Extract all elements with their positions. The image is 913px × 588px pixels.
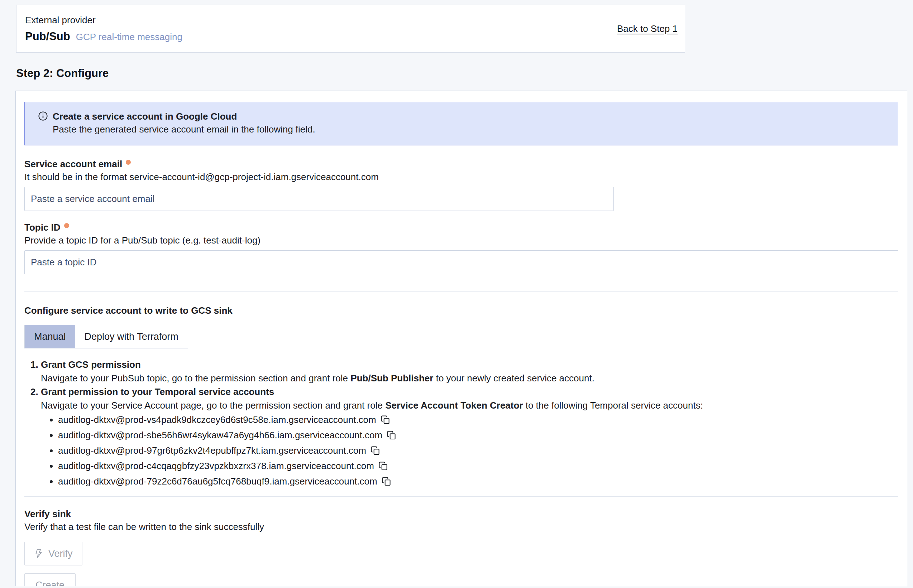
info-banner: Create a service account in Google Cloud…: [24, 102, 898, 145]
step-2-title: Grant permission to your Temporal servic…: [41, 385, 898, 399]
info-banner-text: Create a service account in Google Cloud…: [53, 110, 315, 138]
service-account-email-helper: It should be in the format service-accou…: [24, 170, 898, 183]
step-2-body-prefix: Navigate to your Service Account page, g…: [41, 400, 385, 411]
provider-name: Pub/Sub: [25, 30, 70, 43]
list-item: auditlog-dktxv@prod-c4cqaqgbfzy23vpzkbxz…: [58, 459, 898, 475]
list-item: auditlog-dktxv@prod-vs4padk9dkczcey6d6st…: [58, 413, 898, 428]
info-banner-description: Paste the generated service account emai…: [53, 123, 315, 136]
verify-sink-description: Verify that a test file can be written t…: [24, 520, 898, 533]
topic-id-label: Topic ID: [24, 221, 61, 234]
verify-button-label: Verify: [49, 548, 73, 559]
tab-manual[interactable]: Manual: [25, 325, 75, 348]
required-indicator: [64, 223, 69, 228]
provider-card: External provider Pub/Sub GCP real-time …: [16, 5, 685, 53]
temporal-service-account-email: auditlog-dktxv@prod-sbe56h6wr4sykaw47a6y…: [58, 430, 382, 441]
create-button-label: Create: [36, 580, 65, 586]
topic-id-label-row: Topic ID: [24, 221, 898, 234]
step-1-title: Grant GCS permission: [41, 358, 898, 372]
topic-id-group: Topic ID Provide a topic ID for a Pub/Su…: [24, 221, 898, 274]
copy-icon[interactable]: [380, 415, 390, 428]
step-1-body-suffix: to your newly created service account.: [433, 373, 594, 383]
temporal-service-account-email: auditlog-dktxv@prod-97gr6tp6zkv2t4epubff…: [58, 445, 366, 456]
service-account-email-list: auditlog-dktxv@prod-vs4padk9dkczcey6d6st…: [41, 413, 898, 490]
configure-section-title: Configure service account to write to GC…: [24, 304, 898, 317]
instruction-step-2: Grant permission to your Temporal servic…: [41, 385, 898, 490]
service-account-email-input[interactable]: [24, 187, 614, 211]
temporal-service-account-email: auditlog-dktxv@prod-79z2c6d76au6g5fcq768…: [58, 476, 377, 487]
step-1-role-name: Pub/Sub Publisher: [350, 373, 433, 383]
step-1-body: Navigate to your PubSub topic, go to the…: [41, 372, 898, 385]
required-indicator: [126, 160, 131, 165]
temporal-service-account-email: auditlog-dktxv@prod-c4cqaqgbfzy23vpzkbxz…: [58, 460, 374, 471]
deploy-method-tabs: Manual Deploy with Terraform: [24, 325, 188, 349]
list-item: auditlog-dktxv@prod-sbe56h6wr4sykaw47a6y…: [58, 428, 898, 444]
tab-deploy-with-terraform[interactable]: Deploy with Terraform: [75, 325, 188, 348]
step-2-role-name: Service Account Token Creator: [385, 400, 523, 411]
provider-name-row: Pub/Sub GCP real-time messaging: [25, 30, 182, 43]
service-account-email-label-row: Service account email: [24, 158, 898, 170]
instruction-step-1: Grant GCS permission Navigate to your Pu…: [41, 358, 898, 385]
configure-panel: Create a service account in Google Cloud…: [15, 90, 907, 586]
provider-info: External provider Pub/Sub GCP real-time …: [25, 15, 182, 43]
page-title: Step 2: Configure: [16, 67, 913, 80]
list-item: auditlog-dktxv@prod-97gr6tp6zkv2t4epubff…: [58, 444, 898, 459]
service-account-email-group: Service account email It should be in th…: [24, 158, 898, 211]
topic-id-input[interactable]: [24, 250, 898, 274]
section-divider: [24, 496, 898, 497]
create-button[interactable]: Create: [24, 573, 76, 586]
copy-icon[interactable]: [382, 476, 391, 490]
section-divider: [24, 291, 898, 292]
step-2-body-suffix: to the following Temporal service accoun…: [523, 400, 703, 411]
lightning-bolt-icon: [34, 549, 44, 559]
instruction-list: Grant GCS permission Navigate to your Pu…: [24, 358, 898, 490]
step-2-body: Navigate to your Service Account page, g…: [41, 399, 898, 412]
verify-button-row: Verify: [24, 533, 898, 565]
copy-icon[interactable]: [371, 446, 380, 459]
copy-icon[interactable]: [379, 461, 388, 475]
verify-sink-title: Verify sink: [24, 507, 898, 520]
provider-description: GCP real-time messaging: [76, 32, 182, 43]
topic-id-helper: Provide a topic ID for a Pub/Sub topic (…: [24, 234, 898, 247]
verify-button[interactable]: Verify: [24, 542, 83, 565]
back-to-step-1-link[interactable]: Back to Step 1: [617, 23, 678, 34]
info-banner-title: Create a service account in Google Cloud: [53, 110, 315, 123]
service-account-email-label: Service account email: [24, 158, 122, 170]
list-item: auditlog-dktxv@prod-79z2c6d76au6g5fcq768…: [58, 475, 898, 490]
temporal-service-account-email: auditlog-dktxv@prod-vs4padk9dkczcey6d6st…: [58, 414, 376, 425]
info-icon: [37, 110, 49, 138]
copy-icon[interactable]: [387, 430, 396, 444]
provider-card-label: External provider: [25, 15, 182, 26]
step-1-body-prefix: Navigate to your PubSub topic, go to the…: [41, 373, 350, 383]
